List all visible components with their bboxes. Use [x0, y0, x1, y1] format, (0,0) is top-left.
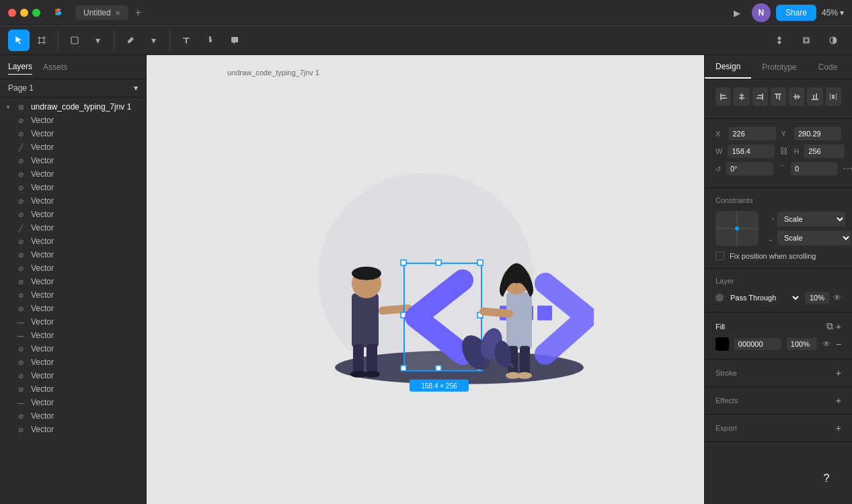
xy-row: X Y: [715, 127, 841, 140]
page-dropdown-icon: ▾: [134, 83, 138, 93]
x-input[interactable]: [729, 127, 776, 140]
align-center-h-button[interactable]: [734, 87, 749, 106]
frame-tool[interactable]: [31, 30, 52, 51]
list-item[interactable]: ⊘Vector: [0, 369, 146, 382]
stroke-header: Stroke +: [715, 368, 841, 378]
comment-tool[interactable]: [224, 30, 245, 51]
mask-tool[interactable]: [796, 30, 817, 51]
select-tool[interactable]: [8, 30, 30, 51]
corner-input[interactable]: [791, 162, 838, 175]
hand-tool[interactable]: [200, 30, 221, 51]
list-item[interactable]: ⊘Vector: [0, 261, 146, 275]
list-item[interactable]: ⊘Vector: [0, 382, 146, 396]
list-item[interactable]: ⊘Vector: [0, 194, 146, 208]
align-right-button[interactable]: [752, 87, 768, 106]
list-item[interactable]: ╱Vector: [0, 221, 146, 235]
shape-dropdown[interactable]: ▾: [87, 30, 108, 51]
blend-mode-select[interactable]: Pass Through Normal Multiply Screen Over…: [728, 293, 801, 302]
list-item[interactable]: ╱Vector: [0, 140, 146, 154]
canvas[interactable]: undraw_code_typing_7jnv 1: [147, 55, 704, 504]
more-options-button[interactable]: ⋯: [843, 163, 852, 174]
list-item[interactable]: ⊘Vector: [0, 167, 146, 181]
list-item[interactable]: ⊘Vector: [0, 342, 146, 355]
close-button[interactable]: [8, 9, 16, 17]
pen-tool[interactable]: [120, 30, 141, 51]
list-item[interactable]: ⊘Vector: [0, 154, 146, 167]
fill-opacity-input[interactable]: [787, 338, 817, 350]
list-item[interactable]: —Vector: [0, 329, 146, 342]
width-input[interactable]: [728, 144, 775, 158]
list-item[interactable]: ⊘Vector: [0, 248, 146, 261]
add-effect-button[interactable]: +: [836, 395, 841, 406]
list-item[interactable]: ⊘Vector: [0, 288, 146, 302]
list-item[interactable]: ⊘Vector: [0, 181, 146, 194]
rectangle-tool[interactable]: [64, 30, 85, 51]
zoom-selector[interactable]: 45% ▾: [822, 8, 844, 17]
distribute-h-button[interactable]: [826, 87, 841, 106]
fill-header: Fill ⧉ +: [715, 321, 841, 332]
horizontal-constraint-select[interactable]: ScaleLeftRightLeft and RightCenter: [777, 212, 845, 226]
svg-text:158.4 × 256: 158.4 × 256: [421, 382, 457, 390]
align-bottom-button[interactable]: [807, 87, 822, 106]
svg-rect-7: [353, 344, 364, 374]
right-panel-tabs: Design Prototype Code: [705, 55, 852, 79]
tab-close-icon[interactable]: ✕: [115, 9, 120, 17]
component-tool[interactable]: [769, 30, 790, 51]
list-item[interactable]: ⊘Vector: [0, 355, 146, 369]
maximize-button[interactable]: [32, 9, 40, 17]
list-item[interactable]: ⊘Vector: [0, 127, 146, 140]
align-top-button[interactable]: [771, 87, 786, 106]
code-tab[interactable]: Code: [808, 55, 849, 79]
add-export-button[interactable]: +: [836, 423, 841, 433]
share-button[interactable]: Share: [776, 5, 816, 21]
minimize-button[interactable]: [20, 9, 28, 17]
pen-dropdown[interactable]: ▾: [143, 30, 164, 51]
list-item[interactable]: —Vector: [0, 396, 146, 409]
vector-icon: ⊘: [16, 129, 26, 138]
right-panel: Design Prototype Code: [704, 55, 852, 504]
vector-icon: ⊘: [16, 169, 26, 179]
align-middle-button[interactable]: [789, 87, 804, 106]
layers-tab[interactable]: Layers: [8, 59, 32, 75]
toolbar: ▾ ▾: [0, 26, 852, 55]
svg-rect-1: [71, 37, 78, 44]
list-item[interactable]: ⊘Vector: [0, 275, 146, 288]
vector-icon: ⊘: [16, 277, 26, 286]
text-tool[interactable]: [176, 30, 197, 51]
fill-color-swatch[interactable]: [715, 337, 729, 351]
y-input[interactable]: [794, 127, 841, 140]
root-layer[interactable]: ▼ ⊞ undraw_code_typing_7jnv 1: [0, 100, 146, 114]
list-item[interactable]: ⊘Vector: [0, 409, 146, 423]
list-item[interactable]: ⊘Vector: [0, 114, 146, 127]
list-item[interactable]: —Vector: [0, 315, 146, 329]
design-tab[interactable]: Design: [705, 55, 751, 79]
page-selector[interactable]: Page 1 ▾: [0, 79, 146, 97]
height-input[interactable]: [804, 144, 845, 158]
contrast-tool[interactable]: [822, 30, 844, 51]
help-button[interactable]: ?: [814, 466, 839, 491]
vertical-constraint-select[interactable]: ScaleTopBottomTop and BottomCenter: [777, 230, 851, 245]
add-fill-button[interactable]: +: [836, 321, 841, 332]
add-tab-button[interactable]: +: [130, 4, 147, 22]
rotation-input[interactable]: [726, 162, 773, 175]
y-label: Y: [781, 130, 789, 138]
fill-style-button[interactable]: ⧉: [826, 321, 833, 332]
visibility-toggle[interactable]: 👁: [833, 293, 841, 302]
list-item[interactable]: ⊘Vector: [0, 423, 146, 436]
list-item[interactable]: ⊘Vector: [0, 208, 146, 221]
play-button[interactable]: ▶: [728, 3, 746, 22]
layer-section-title: Layer: [715, 277, 841, 285]
list-item[interactable]: ⊘Vector: [0, 302, 146, 315]
fix-scroll-checkbox[interactable]: [715, 251, 724, 260]
svg-point-12: [352, 267, 381, 280]
add-stroke-button[interactable]: +: [836, 368, 841, 378]
remove-fill-button[interactable]: −: [836, 339, 841, 349]
fill-hex-input[interactable]: [734, 338, 781, 350]
fill-visibility-toggle[interactable]: 👁: [822, 339, 830, 349]
current-tab[interactable]: Untitled ✕: [75, 5, 128, 20]
list-item[interactable]: ⊘Vector: [0, 235, 146, 248]
opacity-input[interactable]: [805, 292, 829, 304]
prototype-tab[interactable]: Prototype: [751, 55, 807, 79]
assets-tab[interactable]: Assets: [43, 60, 67, 75]
align-left-button[interactable]: [715, 87, 731, 106]
